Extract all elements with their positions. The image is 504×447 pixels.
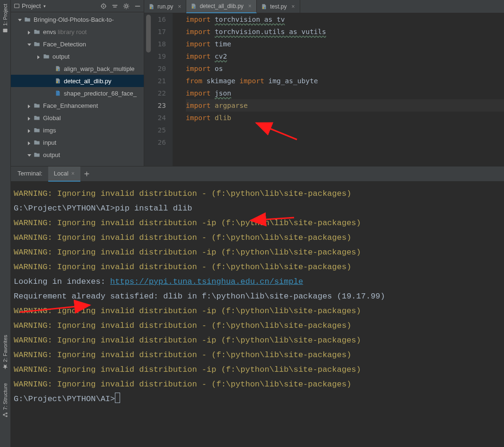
svg-rect-9 <box>135 6 140 6</box>
tree-label: output <box>43 151 60 158</box>
tool-tab-label: 2: Favorites <box>2 335 8 362</box>
project-view-selector[interactable]: Project ▾ <box>14 2 46 9</box>
tool-tab-favorites[interactable]: 2: Favorites <box>2 335 8 369</box>
terminal-session-label: Local <box>54 170 69 177</box>
tree-item[interactable]: align_warp_back_multiple <box>11 62 144 75</box>
tree-item[interactable]: Face_Detection <box>11 38 144 50</box>
chevron-down-icon: ▾ <box>43 4 46 9</box>
project-sidebar-header: Project ▾ <box>11 0 144 12</box>
tree-label: imgs <box>43 127 56 134</box>
tree-item[interactable]: output <box>11 149 144 161</box>
svg-point-8 <box>125 5 127 7</box>
svg-rect-3 <box>6 412 8 414</box>
close-icon[interactable]: × <box>71 170 75 177</box>
tree-item[interactable]: Global <box>11 112 144 124</box>
terminal-line: WARNING: Ignoring invalid distribution -… <box>14 186 502 201</box>
tree-item[interactable]: shape_predictor_68_face_ <box>11 87 144 99</box>
tree-arrow-icon <box>27 140 32 145</box>
tree-item[interactable]: imgs <box>11 124 144 136</box>
code-line[interactable]: import time <box>186 38 504 50</box>
tool-tab-label: 1: Project <box>2 4 8 26</box>
folder-icon <box>34 127 40 133</box>
line-number: 20 <box>144 62 166 75</box>
project-icon <box>14 3 20 9</box>
code-line[interactable]: import argparse <box>186 99 504 112</box>
tree-label: align_warp_back_multiple <box>64 65 135 72</box>
editor-tab[interactable]: detect_all_dlib.py× <box>186 0 257 13</box>
star-icon <box>2 364 8 370</box>
tool-tab-structure[interactable]: 7: Structure <box>2 383 8 418</box>
terminal-cursor <box>115 393 120 403</box>
line-number: 21 <box>144 75 166 87</box>
plus-icon <box>84 171 90 177</box>
terminal-line: WARNING: Ignoring invalid distribution -… <box>14 304 502 318</box>
code-line[interactable]: import torchvision as tv <box>186 13 504 26</box>
line-number: 26 <box>144 136 166 149</box>
tree-item[interactable]: Face_Enhancement <box>11 99 144 112</box>
tree-label: Global <box>43 114 61 122</box>
index-url-link[interactable]: https://pypi.tuna.tsinghua.edu.cn/simple <box>110 277 303 286</box>
tree-arrow-icon <box>27 29 32 34</box>
code-line[interactable]: import os <box>186 62 504 75</box>
tool-window-strip: 1: Project 2: Favorites 7: Structure <box>0 0 11 447</box>
svg-rect-5 <box>15 4 19 8</box>
editor-tabs: run.py×detect_all_dlib.py×test.py× <box>144 0 504 13</box>
folder-icon <box>34 151 40 158</box>
tree-label: output <box>52 53 70 60</box>
svg-rect-2 <box>6 415 8 417</box>
tree-label: shape_predictor_68_face_ <box>64 90 137 97</box>
svg-rect-19 <box>263 7 264 9</box>
close-icon[interactable]: × <box>178 3 181 10</box>
terminal-line: WARNING: Ignoring invalid distribution -… <box>14 333 502 348</box>
terminal-body[interactable]: WARNING: Ignoring invalid distribution -… <box>11 182 504 447</box>
close-icon[interactable]: × <box>248 3 252 9</box>
terminal-line: WARNING: Ignoring invalid distribution -… <box>14 348 502 362</box>
tool-tab-project[interactable]: 1: Project <box>2 4 8 33</box>
code-line[interactable] <box>186 136 504 149</box>
code-line[interactable]: import cv2 <box>186 50 504 62</box>
code-line[interactable] <box>186 124 504 136</box>
svg-rect-13 <box>57 81 58 83</box>
expand-icon[interactable] <box>112 3 118 9</box>
tree-label: input <box>43 139 56 146</box>
tree-item[interactable]: envs library root <box>11 26 144 38</box>
tree-arrow-icon <box>36 54 41 59</box>
terminal-session-tab[interactable]: Local × <box>48 167 80 182</box>
editor-tab[interactable]: test.py× <box>257 0 300 13</box>
project-icon <box>2 27 8 33</box>
scrollbar-thumb[interactable] <box>146 15 151 53</box>
new-session-button[interactable] <box>80 167 94 182</box>
terminal-line: WARNING: Ignoring invalid distribution -… <box>14 216 502 230</box>
code-line[interactable]: import json <box>186 87 504 99</box>
tree-label: Face_Enhancement <box>43 102 98 109</box>
code-line[interactable]: import dlib <box>186 112 504 124</box>
project-sidebar: Project ▾ Bringing-Old-Photos-Back-to-en… <box>11 0 144 166</box>
project-title: Project <box>22 2 41 9</box>
python-file-icon <box>54 78 61 84</box>
code-body[interactable]: import torchvision as tvimport torchvisi… <box>173 13 504 166</box>
terminal-line: WARNING: Ignoring invalid distribution -… <box>14 245 502 260</box>
code-line[interactable]: from skimage import img_as_ubyte <box>186 75 504 87</box>
code-line[interactable]: import torchvision.utils as vutils <box>186 26 504 38</box>
project-tree[interactable]: Bringing-Old-Photos-Back-to-envs library… <box>11 12 144 166</box>
locate-icon[interactable] <box>100 3 107 9</box>
tree-item[interactable]: Bringing-Old-Photos-Back-to- <box>11 13 144 26</box>
python-file-icon <box>261 3 267 10</box>
tree-label: Bringing-Old-Photos-Back-to- <box>34 16 114 23</box>
tree-arrow-icon <box>27 152 32 157</box>
tree-item[interactable]: detect_all_dlib.py <box>11 75 144 87</box>
tree-label: Face_Detection <box>43 41 86 48</box>
gear-icon[interactable] <box>123 3 130 9</box>
hide-icon[interactable] <box>134 3 141 9</box>
tool-tab-label: 7: Structure <box>2 383 8 410</box>
tree-item[interactable]: input <box>11 136 144 149</box>
svg-rect-15 <box>150 7 152 9</box>
tree-label: detect_all_dlib.py <box>64 78 111 85</box>
tree-arrow-icon <box>48 79 52 83</box>
editor-tab[interactable]: run.py× <box>144 0 186 13</box>
close-icon[interactable]: × <box>291 3 295 10</box>
tree-item[interactable]: output <box>11 50 144 62</box>
code-editor[interactable]: 1617181920212223242526 import torchvisio… <box>144 13 504 166</box>
tab-label: run.py <box>157 3 173 10</box>
tab-label: test.py <box>270 3 287 10</box>
